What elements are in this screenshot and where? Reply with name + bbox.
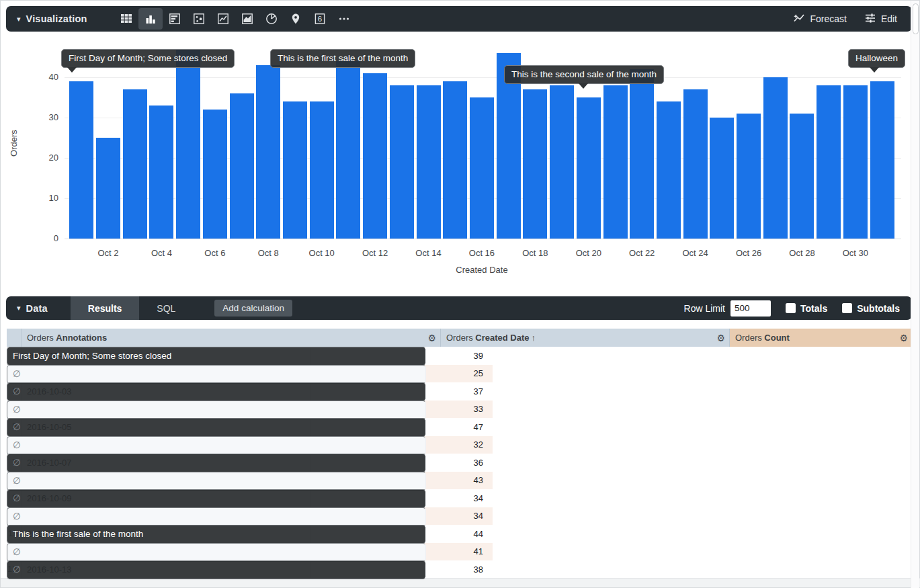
data-toolbar: ▾ Data Results SQL Add calculation Row L… bbox=[6, 296, 912, 320]
table-row: 13∅2016-10-1338 bbox=[7, 560, 912, 579]
bar-2016-10-16[interactable] bbox=[470, 97, 494, 239]
table-icon[interactable] bbox=[114, 8, 138, 30]
annotation-cell[interactable]: ∅ bbox=[7, 382, 426, 401]
bar-2016-10-21[interactable] bbox=[603, 85, 628, 239]
bar-2016-10-28[interactable] bbox=[790, 114, 814, 239]
column-header-annotations[interactable]: Orders Annotations⚙ bbox=[22, 329, 441, 347]
annotation-cell[interactable]: ∅ bbox=[7, 436, 426, 455]
y-tick-label: 20 bbox=[36, 153, 58, 163]
bar-2016-10-10[interactable] bbox=[310, 101, 334, 239]
bar-2016-10-27[interactable] bbox=[763, 77, 788, 239]
bar-2016-10-26[interactable] bbox=[737, 114, 761, 239]
bar-2016-10-29[interactable] bbox=[817, 85, 841, 239]
bar-2016-10-09[interactable] bbox=[283, 101, 307, 239]
column-gear-icon[interactable]: ⚙ bbox=[899, 333, 908, 343]
x-tick-label: Oct 22 bbox=[623, 248, 661, 258]
annotation-cell[interactable]: ∅ bbox=[7, 489, 426, 508]
bar-2016-10-22[interactable] bbox=[630, 69, 654, 239]
bar-2016-10-13[interactable] bbox=[390, 85, 414, 239]
column-header-count[interactable]: Orders Count⚙ bbox=[730, 329, 912, 347]
visualization-panel-title[interactable]: Visualization bbox=[26, 13, 87, 24]
subtotals-checkbox[interactable] bbox=[842, 303, 852, 313]
bar-2016-10-15[interactable] bbox=[443, 81, 467, 239]
bar-2016-10-04[interactable] bbox=[149, 106, 173, 239]
annotation-cell[interactable]: ∅ bbox=[7, 401, 426, 419]
edit-label: Edit bbox=[881, 13, 897, 24]
annotation-cell[interactable]: ∅ bbox=[7, 418, 426, 437]
subtotals-checkbox-group[interactable]: Subtotals bbox=[842, 303, 900, 314]
column-gear-icon[interactable]: ⚙ bbox=[716, 333, 725, 343]
column-gear-icon[interactable]: ⚙ bbox=[427, 333, 436, 343]
table-row: 11This is the first sale of the month201… bbox=[7, 525, 912, 543]
annotation-cell[interactable]: ∅ bbox=[7, 543, 426, 562]
annotation-cell[interactable]: ∅ bbox=[7, 365, 426, 384]
collapse-caret-icon[interactable]: ▾ bbox=[17, 304, 21, 312]
line-chart-icon[interactable] bbox=[211, 8, 235, 30]
vertical-scrollbar[interactable] bbox=[911, 1, 919, 588]
bar-2016-10-24[interactable] bbox=[683, 89, 708, 239]
chart-annotation[interactable]: This is the first sale of the month bbox=[270, 49, 415, 68]
vertical-scrollbar-thumb[interactable] bbox=[913, 3, 919, 34]
column-chart-icon[interactable] bbox=[138, 8, 163, 30]
table-row: 8∅2016-10-0843 bbox=[7, 472, 912, 490]
table-row: 10∅2016-10-1034 bbox=[7, 507, 912, 526]
tab-sql[interactable]: SQL bbox=[139, 296, 193, 320]
totals-checkbox-group[interactable]: Totals bbox=[786, 303, 827, 314]
map-pin-icon[interactable] bbox=[284, 8, 308, 30]
data-panel-title[interactable]: Data bbox=[26, 303, 48, 314]
bar-2016-10-07[interactable] bbox=[230, 93, 254, 239]
table-row: 2∅2016-10-0225 bbox=[7, 365, 912, 383]
results-table-header: Orders Annotations⚙Orders Created Date↑⚙… bbox=[7, 329, 912, 347]
bar-2016-10-25[interactable] bbox=[710, 118, 734, 239]
scatter-plot-icon[interactable] bbox=[187, 8, 211, 30]
annotation-cell[interactable]: This is the first sale of the month bbox=[7, 525, 426, 544]
tab-results[interactable]: Results bbox=[71, 296, 140, 320]
column-header-label: Orders Count bbox=[730, 333, 899, 343]
bar-2016-10-23[interactable] bbox=[657, 101, 681, 239]
annotation-cell[interactable]: First Day of Month; Some stores closed bbox=[7, 347, 426, 366]
horizontal-bar-chart-icon[interactable] bbox=[163, 8, 187, 30]
bar-2016-10-30[interactable] bbox=[843, 85, 868, 239]
y-tick-label: 0 bbox=[36, 233, 58, 243]
row-limit-input[interactable] bbox=[730, 300, 771, 317]
bar-2016-10-01[interactable] bbox=[69, 81, 93, 239]
pie-chart-icon[interactable] bbox=[259, 8, 284, 30]
chart-annotation[interactable]: First Day of Month; Some stores closed bbox=[61, 49, 235, 68]
chart-annotation[interactable]: This is the second sale of the month bbox=[504, 65, 664, 84]
more-icon[interactable] bbox=[332, 8, 356, 30]
horizontal-scrollbar[interactable] bbox=[1, 578, 920, 587]
column-header-label: Orders Annotations bbox=[22, 333, 427, 343]
column-header-created-date[interactable]: Orders Created Date↑⚙ bbox=[441, 329, 730, 347]
annotation-cell[interactable]: ∅ bbox=[7, 454, 426, 472]
bar-2016-10-11[interactable] bbox=[336, 61, 360, 239]
bar-2016-10-02[interactable] bbox=[96, 138, 120, 239]
null-value-symbol: ∅ bbox=[13, 561, 21, 579]
bar-2016-10-08[interactable] bbox=[256, 65, 280, 239]
annotation-pointer bbox=[870, 67, 879, 73]
bar-2016-10-31[interactable] bbox=[870, 81, 894, 239]
x-tick-label: Oct 20 bbox=[570, 248, 608, 258]
collapse-caret-icon[interactable]: ▾ bbox=[17, 15, 21, 24]
annotation-cell[interactable]: ∅ bbox=[7, 472, 426, 491]
edit-button[interactable]: Edit bbox=[864, 12, 897, 26]
bar-2016-10-12[interactable] bbox=[363, 73, 387, 239]
bar-2016-10-18[interactable] bbox=[523, 89, 547, 239]
bar-2016-10-20[interactable] bbox=[577, 97, 601, 239]
annotation-cell[interactable]: ∅ bbox=[7, 507, 426, 526]
forecast-button[interactable]: Forecast bbox=[793, 12, 846, 26]
add-calculation-button[interactable]: Add calculation bbox=[214, 300, 292, 317]
x-tick-label: Oct 14 bbox=[410, 248, 448, 258]
annotation-cell[interactable]: ∅ bbox=[7, 560, 426, 579]
bar-2016-10-05[interactable] bbox=[176, 49, 200, 239]
bar-2016-10-06[interactable] bbox=[203, 110, 227, 239]
bar-2016-10-14[interactable] bbox=[417, 85, 441, 239]
bar-2016-10-19[interactable] bbox=[550, 85, 574, 239]
single-value-icon[interactable]: 6 bbox=[308, 8, 332, 30]
viz-type-icon-strip: 6 bbox=[114, 6, 356, 32]
null-value-symbol: ∅ bbox=[13, 454, 21, 472]
area-chart-icon[interactable] bbox=[235, 8, 259, 30]
bar-2016-10-03[interactable] bbox=[123, 89, 147, 239]
chart-annotation[interactable]: Halloween bbox=[848, 49, 905, 68]
table-row: 6∅2016-10-0632 bbox=[7, 436, 912, 454]
totals-checkbox[interactable] bbox=[786, 303, 796, 313]
